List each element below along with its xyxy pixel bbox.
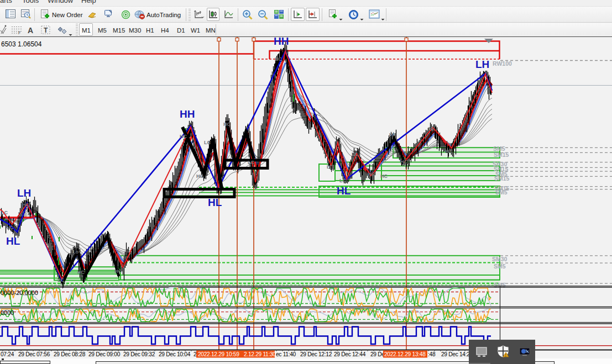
svg-text:2.12.29 11:30: 2.12.29 11:30: [244, 351, 276, 357]
svg-text:LC: LC: [352, 151, 358, 157]
svg-text:29 De: 29 De: [370, 351, 385, 357]
svg-text:!: !: [505, 354, 506, 357]
svg-text:29 Dec 08:28: 29 Dec 08:28: [54, 351, 86, 357]
svg-text:29 Dec 14:2: 29 Dec 14:2: [441, 351, 470, 357]
svg-text:HC: HC: [368, 171, 375, 177]
svg-text:6503 1.06504: 6503 1.06504: [1, 40, 42, 48]
svg-text:LC: LC: [248, 160, 254, 165]
svg-text:HH: HH: [180, 108, 195, 120]
svg-text:LH: LH: [17, 187, 31, 199]
svg-text:SM15: SM15: [494, 175, 510, 182]
svg-text:HC: HC: [400, 159, 407, 165]
svg-text::48: :48: [428, 351, 436, 357]
svg-text:29 Dec 12:44: 29 Dec 12:44: [334, 351, 366, 357]
svg-text:LC: LC: [204, 140, 211, 145]
svg-text:HC: HC: [196, 173, 203, 179]
svg-text:HL: HL: [6, 235, 20, 247]
svg-text:HC: HC: [180, 134, 187, 139]
svg-text:07:24: 07:24: [1, 351, 14, 357]
svg-text:LC: LC: [327, 164, 333, 170]
svg-text:HH: HH: [274, 35, 289, 47]
svg-text:29 Dec 10:04: 29 Dec 10:04: [159, 351, 191, 357]
svg-text:SM5: SM5: [495, 189, 508, 196]
svg-text:2022.12.29 13:48: 2022.12.29 13:48: [384, 351, 426, 357]
svg-text:LC: LC: [339, 178, 346, 183]
svg-text:0000-20.0000: 0000-20.0000: [1, 289, 38, 296]
svg-text:LH: LH: [475, 59, 489, 70]
svg-text:HC: HC: [114, 268, 122, 274]
svg-text:LC: LC: [1, 210, 8, 215]
svg-text:29 Dec 09:00: 29 Dec 09:00: [88, 351, 121, 357]
svg-text:0000: 0000: [1, 309, 14, 316]
svg-text:RW100: RW100: [493, 60, 512, 67]
svg-text:ec 11:40: ec 11:40: [276, 351, 296, 357]
svg-text:HC: HC: [22, 202, 29, 208]
svg-text:SM30: SM30: [492, 256, 508, 262]
svg-text:29 Dec 12:12: 29 Dec 12:12: [300, 351, 332, 357]
svg-text:HL: HL: [337, 185, 351, 197]
svg-text:LC: LC: [7, 225, 13, 230]
svg-text:Hi: Hi: [389, 132, 394, 138]
svg-text:Hi: Hi: [428, 126, 433, 131]
svg-text:HC: HC: [380, 173, 388, 179]
svg-text:29 Dec 09:32: 29 Dec 09:32: [123, 351, 155, 357]
svg-text:HC: HC: [275, 56, 282, 62]
svg-text:SM15: SM15: [494, 151, 509, 158]
svg-text:29 Dec 07:56: 29 Dec 07:56: [18, 351, 50, 357]
svg-text:HC: HC: [77, 270, 85, 275]
svg-text:SM5: SM5: [494, 263, 506, 270]
svg-text:LC: LC: [57, 277, 64, 283]
svg-text:HC: HC: [446, 149, 453, 154]
svg-text:2022.12.29 10:59: 2022.12.29 10:59: [198, 351, 239, 357]
svg-text:HL: HL: [208, 197, 222, 208]
svg-text:Lo: Lo: [72, 249, 79, 255]
svg-text:HC: HC: [223, 122, 231, 127]
